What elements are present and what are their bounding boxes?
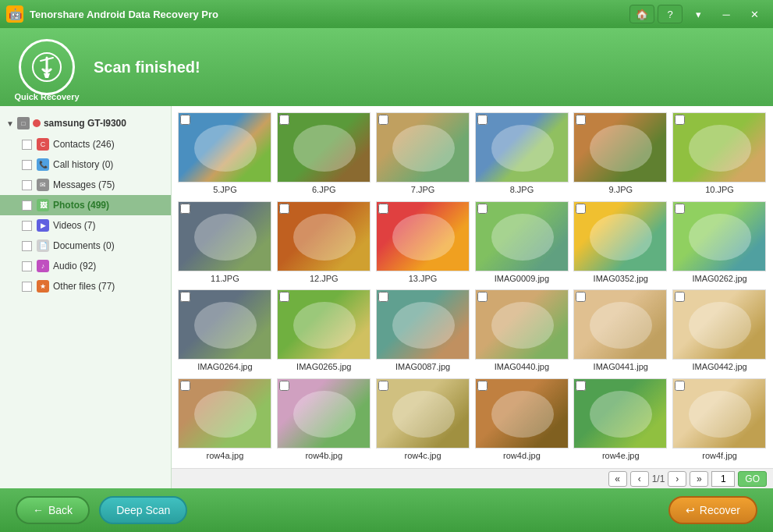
photo-checkbox[interactable] xyxy=(477,204,488,214)
audio-checkbox[interactable] xyxy=(22,261,32,271)
photo-item[interactable]: 11.JPG xyxy=(178,201,272,286)
recover-icon: ↩ xyxy=(686,504,695,516)
photo-item[interactable]: IMAG0009.jpg xyxy=(475,201,569,286)
back-button[interactable]: ← Back xyxy=(16,496,90,524)
photo-thumbnail xyxy=(672,112,766,183)
photo-item[interactable]: 13.JPG xyxy=(376,201,470,286)
photo-filename: IMAG0087.jpg xyxy=(395,362,450,371)
photo-checkbox[interactable] xyxy=(180,292,190,302)
contacts-checkbox[interactable] xyxy=(22,140,32,150)
device-icon: □ xyxy=(17,117,30,129)
photo-checkbox[interactable] xyxy=(576,381,586,391)
photo-filename: row4a.jpg xyxy=(207,451,244,460)
sidebar-item-calls[interactable]: 📞 Call history (0) xyxy=(0,154,171,175)
photo-checkbox[interactable] xyxy=(180,204,190,214)
photo-checkbox[interactable] xyxy=(675,115,685,125)
sidebar-item-other[interactable]: ★ Other files (77) xyxy=(0,276,171,296)
photo-item[interactable]: row4c.jpg xyxy=(376,378,470,463)
svg-point-16 xyxy=(491,302,554,349)
sidebar-item-videos[interactable]: ▶ Videos (7) xyxy=(0,215,171,236)
svg-point-17 xyxy=(590,302,652,349)
device-expand-arrow[interactable]: ▼ xyxy=(6,119,14,128)
photo-item[interactable]: row4b.jpg xyxy=(277,378,371,463)
photo-item[interactable]: IMAG0264.jpg xyxy=(178,289,272,374)
sidebar-item-contacts[interactable]: C Contacts (246) xyxy=(0,134,171,154)
photo-checkbox[interactable] xyxy=(279,115,289,125)
photo-checkbox[interactable] xyxy=(576,204,586,214)
photo-checkbox[interactable] xyxy=(279,204,289,214)
videos-icon: ▶ xyxy=(37,219,49,232)
photo-checkbox[interactable] xyxy=(378,292,388,302)
photo-item[interactable]: IMAG0440.jpg xyxy=(475,289,569,374)
close-button[interactable]: ✕ xyxy=(742,5,767,23)
photo-item[interactable]: 7.JPG xyxy=(376,112,470,197)
photo-item[interactable]: IMAG0265.jpg xyxy=(277,289,371,374)
photo-item[interactable]: IMAG0442.jpg xyxy=(672,289,767,374)
photo-checkbox[interactable] xyxy=(675,204,685,214)
photo-checkbox[interactable] xyxy=(576,292,586,302)
photos-checkbox[interactable] xyxy=(22,200,32,211)
sidebar-item-messages[interactable]: ✉ Messages (75) xyxy=(0,175,171,195)
photo-checkbox[interactable] xyxy=(180,381,190,391)
minimize-button[interactable]: ─ xyxy=(714,5,739,23)
recover-button[interactable]: ↩ Recover xyxy=(668,496,757,524)
page-first-button[interactable]: « xyxy=(608,471,627,487)
photo-item[interactable]: 8.JPG xyxy=(475,112,569,197)
home-button[interactable]: 🏠 xyxy=(629,5,654,23)
documents-label: Documents (0) xyxy=(53,240,115,251)
sidebar-item-audio[interactable]: ♪ Audio (92) xyxy=(0,256,171,276)
photo-thumbnail xyxy=(277,378,371,449)
page-last-button[interactable]: » xyxy=(690,471,708,487)
photo-checkbox[interactable] xyxy=(576,115,586,125)
messages-label: Messages (75) xyxy=(53,179,115,190)
photo-filename: 9.JPG xyxy=(608,185,633,194)
photo-checkbox[interactable] xyxy=(477,115,488,125)
photo-filename: 6.JPG xyxy=(312,185,336,194)
photo-checkbox[interactable] xyxy=(378,115,388,125)
documents-checkbox[interactable] xyxy=(22,241,32,251)
photo-item[interactable]: IMAG0087.jpg xyxy=(376,289,470,374)
sidebar-item-documents[interactable]: 📄 Documents (0) xyxy=(0,236,171,256)
quick-recovery-label: Quick Recovery xyxy=(14,92,79,101)
device-name: samsung GT-I9300 xyxy=(44,118,126,129)
photo-item[interactable]: row4e.jpg xyxy=(573,378,668,463)
back-icon: ← xyxy=(33,504,44,516)
photo-filename: IMAG0441.jpg xyxy=(594,362,648,371)
dropdown-button[interactable]: ▾ xyxy=(686,5,711,23)
photo-checkbox[interactable] xyxy=(378,381,388,391)
sidebar-item-photos[interactable]: 🖼 Photos (499) xyxy=(0,195,171,215)
photo-item[interactable]: IMAG0262.jpg xyxy=(672,201,767,286)
audio-label: Audio (92) xyxy=(53,261,96,271)
photo-checkbox[interactable] xyxy=(675,381,685,391)
photo-checkbox[interactable] xyxy=(477,381,488,391)
photo-checkbox[interactable] xyxy=(279,381,289,391)
page-input[interactable] xyxy=(711,471,735,487)
photo-item[interactable]: 9.JPG xyxy=(573,112,668,197)
photo-item[interactable]: 12.JPG xyxy=(277,201,371,286)
messages-checkbox[interactable] xyxy=(22,180,32,190)
photo-thumbnail xyxy=(376,201,470,271)
photo-checkbox[interactable] xyxy=(675,292,685,302)
photo-item[interactable]: row4a.jpg xyxy=(178,378,272,463)
page-next-button[interactable]: › xyxy=(668,471,686,487)
photo-checkbox[interactable] xyxy=(279,292,289,302)
photo-checkbox[interactable] xyxy=(477,292,488,302)
photo-item[interactable]: row4d.jpg xyxy=(475,378,569,463)
sidebar-device: ▼ □ samsung GT-I9300 xyxy=(0,112,171,134)
photo-checkbox[interactable] xyxy=(180,115,190,125)
photo-item[interactable]: row4f.jpg xyxy=(672,378,767,463)
photo-item[interactable]: IMAG0352.jpg xyxy=(573,201,668,286)
other-checkbox[interactable] xyxy=(22,282,32,292)
videos-checkbox[interactable] xyxy=(22,221,32,231)
photo-item[interactable]: 6.JPG xyxy=(277,112,371,197)
help-button[interactable]: ? xyxy=(658,5,683,23)
photo-item[interactable]: 5.JPG xyxy=(178,112,272,197)
photo-checkbox[interactable] xyxy=(378,204,388,214)
page-go-button[interactable]: GO xyxy=(738,471,767,487)
deep-scan-button[interactable]: Deep Scan xyxy=(99,496,187,524)
photo-item[interactable]: IMAG0441.jpg xyxy=(573,289,668,374)
page-prev-button[interactable]: ‹ xyxy=(630,471,649,487)
calls-checkbox[interactable] xyxy=(22,160,32,170)
photo-item[interactable]: 10.JPG xyxy=(672,112,767,197)
audio-icon: ♪ xyxy=(37,260,49,272)
